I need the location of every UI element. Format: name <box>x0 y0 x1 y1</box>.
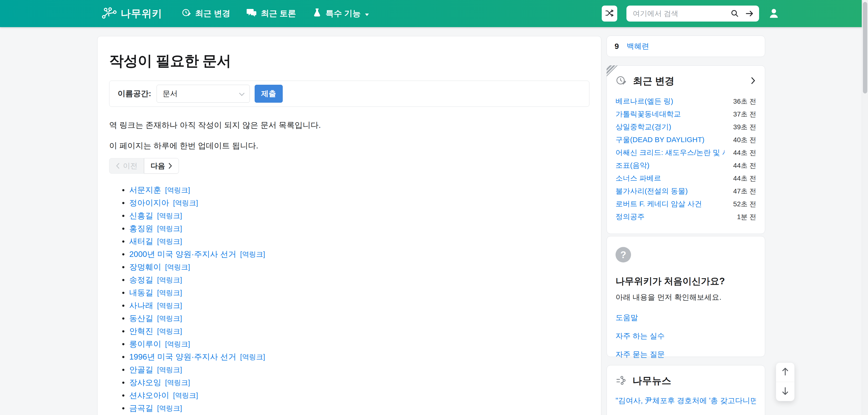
reverse-link-tag[interactable]: [역링크] <box>165 263 190 272</box>
nav-special-functions[interactable]: 특수 기능 <box>312 8 369 19</box>
changed-document-link[interactable]: 소너스 파베르 <box>616 173 661 183</box>
submit-button[interactable]: 제출 <box>255 85 283 103</box>
reverse-link-tag[interactable]: [역링크] <box>157 365 182 375</box>
document-link[interactable]: 서문지훈 <box>129 185 161 196</box>
flask-icon <box>312 8 322 19</box>
reverse-link-tag[interactable]: [역링크] <box>157 224 182 234</box>
namespace-select[interactable]: 문서 <box>157 85 250 103</box>
document-link[interactable]: 송정길 <box>129 274 153 286</box>
account-button[interactable] <box>768 7 779 20</box>
speech-bubbles-icon <box>247 8 257 19</box>
namespace-label: 이름공간: <box>118 88 151 99</box>
help-link[interactable]: 도움말 <box>616 313 756 323</box>
faq-link[interactable]: 자주 묻는 질문 <box>616 349 756 360</box>
reverse-link-tag[interactable]: [역링크] <box>157 288 182 298</box>
document-link[interactable]: 정아이지아 <box>129 198 169 208</box>
search-go-arrow-icon[interactable] <box>745 9 754 18</box>
news-link[interactable]: "김여사, 尹체포후 경호처에 '총 갖고다니면 ... <box>616 396 756 406</box>
news-link[interactable]: 선고일 언제 나오나...탄핵 찬반집회 불안·기대... <box>616 414 756 415</box>
document-link[interactable]: 동산길 <box>129 313 153 324</box>
document-link[interactable]: 사나래 <box>129 300 153 311</box>
list-item: 션샤오아이[역링크] <box>122 389 589 402</box>
reverse-link-tag[interactable]: [역링크] <box>240 352 265 362</box>
list-item: 신흥길[역링크] <box>122 209 589 222</box>
changed-document-link[interactable]: 조표(음악) <box>616 160 649 171</box>
logo-wordmark: 나무위키 <box>121 7 162 20</box>
change-timestamp: 37초 전 <box>733 110 756 119</box>
document-link[interactable]: 장멍훼이 <box>129 262 161 273</box>
change-timestamp: 39초 전 <box>733 122 756 132</box>
changed-document-link[interactable]: 어쌔신 크리드: 섀도우스/논란 및 사... <box>616 148 724 158</box>
document-link[interactable]: 롱이루이 <box>129 339 161 350</box>
page-scrollbar-track <box>862 0 868 415</box>
prev-page-button[interactable]: 이전 <box>109 158 144 174</box>
pagination: 이전 다음 <box>109 158 179 174</box>
list-item: 새터길[역링크] <box>122 235 589 248</box>
trending-term-link[interactable]: 백혜련 <box>627 41 649 51</box>
reverse-link-tag[interactable]: [역링크] <box>157 237 182 246</box>
list-item: 동산길[역링크] <box>122 312 589 325</box>
top-navbar: 나무위키 최근 변경 <box>0 0 862 27</box>
recent-change-row: 소너스 파베르44초 전 <box>616 172 756 185</box>
list-item: 사나래[역링크] <box>122 299 589 312</box>
search-bar <box>626 6 759 22</box>
recent-change-row: 조표(음악)44초 전 <box>616 159 756 172</box>
nav-recent-discussions[interactable]: 최근 토론 <box>247 8 296 19</box>
change-timestamp: 36초 전 <box>733 97 756 106</box>
page-root: 나무위키 최근 변경 <box>0 0 868 415</box>
reverse-link-tag[interactable]: [역링크] <box>173 198 198 208</box>
changed-document-link[interactable]: 불가사리(전설의 동물) <box>616 186 688 196</box>
welcome-links: 도움말 자주 하는 실수 자주 묻는 질문 <box>616 313 756 360</box>
document-link[interactable]: 내동길 <box>129 288 153 298</box>
document-link[interactable]: 션샤오아이 <box>129 390 169 401</box>
reverse-link-tag[interactable]: [역링크] <box>157 327 182 336</box>
document-link[interactable]: 금곡길 <box>129 403 153 414</box>
reverse-link-tag[interactable]: [역링크] <box>240 249 265 259</box>
changed-document-link[interactable]: 정의공주 <box>616 212 645 222</box>
search-icon[interactable] <box>731 9 739 18</box>
reverse-link-tag[interactable]: [역링크] <box>157 314 182 324</box>
reverse-link-tag[interactable]: [역링크] <box>157 301 182 310</box>
next-page-button[interactable]: 다음 <box>144 158 179 174</box>
reverse-link-tag[interactable]: [역링크] <box>157 404 182 413</box>
changed-document-link[interactable]: 구울(DEAD BY DAYLIGHT) <box>616 135 704 145</box>
namuwiki-logo[interactable]: 나무위키 <box>102 7 162 20</box>
change-timestamp: 44초 전 <box>733 161 756 170</box>
change-timestamp: 40초 전 <box>733 135 756 145</box>
changed-document-link[interactable]: 가톨릭꽃동네대학교 <box>616 109 681 119</box>
reverse-link-tag[interactable]: [역링크] <box>165 185 190 195</box>
document-link[interactable]: 장샤오잉 <box>129 377 161 388</box>
changed-document-link[interactable]: 로버트 F. 케네디 암살 사건 <box>616 199 702 209</box>
nav-recent-changes[interactable]: 최근 변경 <box>182 8 230 19</box>
scroll-to-top-button[interactable] <box>776 363 795 382</box>
chevron-right-icon[interactable] <box>750 76 756 86</box>
list-item: 장샤오잉[역링크] <box>122 376 589 389</box>
recent-change-row: 베르나르(엘든 링)36초 전 <box>616 95 756 108</box>
search-input[interactable] <box>633 9 725 18</box>
random-page-button[interactable] <box>602 6 617 22</box>
document-link[interactable]: 신흥길 <box>129 210 153 221</box>
page-scrollbar-thumb[interactable] <box>863 2 867 93</box>
changed-document-link[interactable]: 베르나르(엘든 링) <box>616 96 673 106</box>
list-item: 장멍훼이[역링크] <box>122 261 589 274</box>
change-timestamp: 44초 전 <box>733 148 756 157</box>
scroll-to-bottom-button[interactable] <box>776 382 795 401</box>
list-item: 금곡길[역링크] <box>122 402 589 415</box>
document-link[interactable]: 새터길 <box>129 236 153 247</box>
common-mistakes-link[interactable]: 자주 하는 실수 <box>616 331 756 341</box>
reverse-link-tag[interactable]: [역링크] <box>157 211 182 221</box>
news-links: "김여사, 尹체포후 경호처에 '총 갖고다니면 ... 선고일 언제 나오나.… <box>616 396 756 415</box>
document-link[interactable]: 1996년 미국 양원·주지사 선거 <box>129 352 236 362</box>
changed-document-link[interactable]: 상일중학교(경기) <box>616 122 671 132</box>
reverse-link-tag[interactable]: [역링크] <box>165 378 190 388</box>
document-link[interactable]: 홍징원 <box>129 223 153 234</box>
reverse-link-tag[interactable]: [역링크] <box>165 339 190 349</box>
reverse-link-tag[interactable]: [역링크] <box>173 391 198 401</box>
document-link[interactable]: 안골길 <box>129 364 153 375</box>
document-link[interactable]: 2000년 미국 양원·주지사 선거 <box>129 249 236 260</box>
namespace-selected-value: 문서 <box>163 89 178 99</box>
list-item: 홍징원[역링크] <box>122 222 589 235</box>
reverse-link-tag[interactable]: [역링크] <box>157 275 182 285</box>
document-link[interactable]: 안혁진 <box>129 326 153 337</box>
page-title: 작성이 필요한 문서 <box>109 51 589 71</box>
